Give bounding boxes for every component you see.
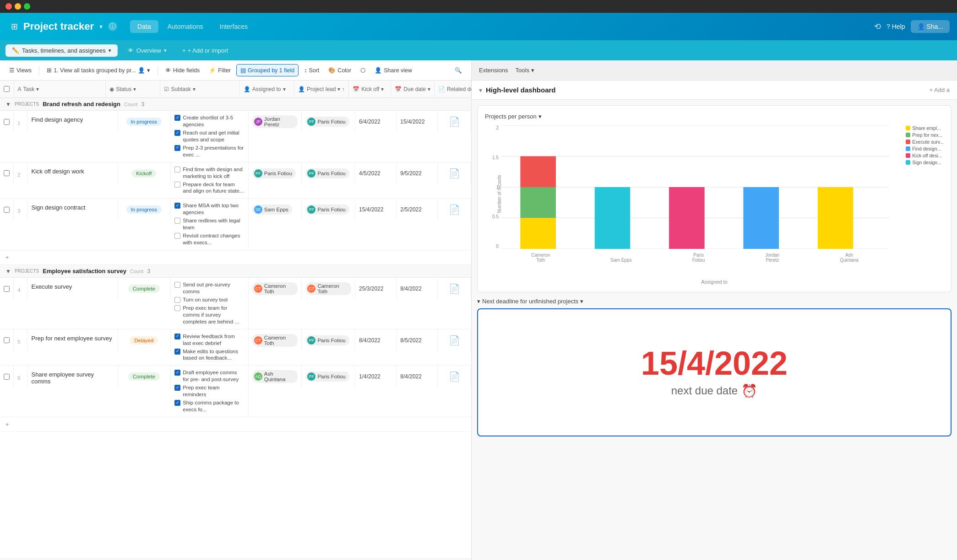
row5-checkbox[interactable] (4, 337, 10, 343)
row1-related[interactable]: 📄 (438, 111, 471, 133)
subtask4-3-checkbox[interactable] (174, 305, 180, 311)
subtask-col-sort-icon[interactable]: ▾ (193, 86, 196, 92)
assigned-col-sort-icon[interactable]: ▾ (283, 86, 286, 92)
current-view-dropdown-icon[interactable]: ▾ (147, 67, 150, 74)
subtask1-3-checkbox[interactable]: ✓ (174, 145, 180, 151)
kickoff-col-sort-icon[interactable]: ▾ (381, 86, 384, 92)
list-item[interactable]: Prep exec team for comms if survey compl… (174, 305, 245, 325)
panel-collapse-icon[interactable]: ▾ (479, 86, 482, 94)
row4-task[interactable]: Execute survey (27, 278, 117, 300)
row1-lead[interactable]: PF Paris Fotiou (302, 111, 355, 133)
list-item[interactable]: ✓ Ship comms package to execs fo... (174, 399, 245, 413)
panel-add-button[interactable]: + Add a (930, 86, 950, 93)
list-item[interactable]: ✓ Draft employee comms for pre- and post… (174, 369, 245, 383)
list-item[interactable]: Share redlines with legal team (174, 217, 245, 231)
row4-doc-icon[interactable]: 📄 (449, 283, 460, 294)
row2-status[interactable]: Kickoff (118, 162, 171, 184)
row4-assigned[interactable]: CT Cameron Toth (249, 278, 302, 300)
tab-overview[interactable]: 👁 Overview ▾ (121, 44, 173, 57)
row1-due[interactable]: 15/4/2022 (397, 111, 438, 133)
subtask4-2-checkbox[interactable] (174, 297, 180, 303)
subtask2-1-checkbox[interactable] (174, 167, 180, 172)
col-header-lead[interactable]: 👤 Project lead ▾ ↑ (294, 81, 349, 97)
views-toggle[interactable]: ☰ Views (5, 65, 35, 76)
list-item[interactable]: ✓ Prep exec team reminders (174, 384, 245, 398)
row2-kickoff[interactable]: 4/5/2022 (355, 162, 397, 184)
row1-task[interactable]: Find design agency (27, 111, 117, 133)
row1-checkbox[interactable] (4, 119, 10, 125)
row3-related[interactable]: 📄 (438, 199, 471, 221)
row3-due[interactable]: 2/5/2022 (397, 199, 438, 221)
col-header-kickoff[interactable]: 📅 Kick off ▾ (349, 81, 391, 97)
nav-interfaces[interactable]: Interfaces (212, 20, 255, 33)
tab-tasks[interactable]: ✏️ Tasks, timelines, and assignees ▾ (5, 44, 118, 57)
list-item[interactable]: Revisit contract changes with execs... (174, 232, 245, 246)
col-header-status[interactable]: ◉ Status ▾ (106, 81, 160, 97)
close-button[interactable] (5, 3, 12, 10)
chart2-section-title[interactable]: ▾ Next deadline for unfinished projects … (477, 298, 952, 305)
col-header-due[interactable]: 📅 Due date ▾ (391, 81, 435, 97)
col-header-checkbox[interactable] (0, 81, 14, 97)
chart2-dropdown-icon[interactable]: ▾ (580, 298, 583, 305)
row2-assigned[interactable]: PF Paris Fotiou (249, 162, 302, 184)
row6-related[interactable]: 📄 (438, 366, 471, 388)
row3-task[interactable]: Sign design contract (27, 199, 117, 221)
row4-lead[interactable]: CT Cameron Toth (302, 278, 355, 300)
minimize-button[interactable] (15, 3, 21, 10)
row6-doc-icon[interactable]: 📄 (449, 371, 460, 382)
status-col-sort-icon[interactable]: ▾ (133, 86, 136, 92)
col-header-task[interactable]: A Task ▾ (14, 81, 106, 97)
row3-kickoff[interactable]: 15/4/2022 (355, 199, 397, 221)
row2-due[interactable]: 9/5/2022 (397, 162, 438, 184)
col-header-assigned[interactable]: 👤 Assigned to ▾ (240, 81, 294, 97)
row5-due[interactable]: 8/5/2022 (397, 329, 438, 351)
tab-tasks-dropdown-icon[interactable]: ▾ (109, 48, 111, 54)
row1-doc-icon[interactable]: 📄 (449, 116, 460, 127)
filter-button[interactable]: ⚡ Filter (205, 65, 234, 76)
row2-lead[interactable]: PF Paris Fotiou (302, 162, 355, 184)
subtask1-1-checkbox[interactable]: ✓ (174, 115, 180, 121)
list-item[interactable]: Prepare deck for team and align on futur… (174, 181, 245, 195)
subtask5-2-checkbox[interactable]: ✓ (174, 349, 180, 355)
row4-due[interactable]: 8/4/2022 (397, 278, 438, 300)
list-item[interactable]: ✓ Create shortlist of 3-5 agencies (174, 114, 245, 128)
subtask3-1-checkbox[interactable]: ✓ (174, 203, 180, 209)
row6-due[interactable]: 8/4/2022 (397, 366, 438, 388)
col-header-subtask[interactable]: ☑ Subtask ▾ (160, 81, 239, 97)
row6-task[interactable]: Share employee survey comms (27, 366, 117, 388)
subtask3-2-checkbox[interactable] (174, 218, 180, 224)
list-item[interactable]: ✓ Share MSA with top two agencies (174, 202, 245, 216)
row5-task[interactable]: Prep for next employee survey (27, 329, 117, 351)
help-button[interactable]: ? Help (886, 23, 905, 30)
app-title-dropdown-icon[interactable]: ▾ (99, 23, 103, 30)
col-header-related[interactable]: 📄 Related do (435, 81, 471, 97)
add-or-import-button[interactable]: + + Add or import (177, 44, 234, 57)
list-item[interactable]: Turn on survey tool (174, 296, 228, 303)
select-all-checkbox[interactable] (4, 86, 10, 92)
row4-checkbox[interactable] (4, 286, 10, 292)
subtask6-3-checkbox[interactable]: ✓ (174, 400, 180, 406)
list-item[interactable]: ✓ Prep 2-3 presentations for exec ... (174, 145, 245, 158)
row6-kickoff[interactable]: 1/4/2022 (355, 366, 397, 388)
subtask4-1-checkbox[interactable] (174, 282, 180, 288)
tab-overview-dropdown-icon[interactable]: ▾ (164, 48, 167, 54)
share-view-icon-btn[interactable]: ⬡ (357, 65, 369, 76)
chart1-dropdown-icon[interactable]: ▾ (538, 113, 542, 120)
row3-checkbox[interactable] (4, 207, 10, 213)
row6-status[interactable]: Complete (118, 366, 171, 388)
row3-assigned[interactable]: SE Sam Epps (249, 199, 302, 221)
history-icon[interactable]: ⟲ (874, 22, 881, 32)
add-row-employee[interactable]: + (0, 417, 471, 432)
subtask6-1-checkbox[interactable]: ✓ (174, 370, 180, 376)
subtask2-2-checkbox[interactable] (174, 182, 180, 188)
row6-checkbox[interactable] (4, 374, 10, 380)
row2-task[interactable]: Kick off design work (27, 162, 117, 184)
list-item[interactable]: ✓ Make edits to questions based on feedb… (174, 348, 245, 362)
add-row-brand[interactable]: + (0, 250, 471, 265)
group-toggle-employee[interactable]: ▼ (5, 268, 11, 275)
row5-related[interactable]: 📄 (438, 329, 471, 351)
row2-related[interactable]: 📄 (438, 162, 471, 184)
group-toggle-brand[interactable]: ▼ (5, 101, 11, 108)
due-col-sort-icon[interactable]: ▾ (428, 86, 430, 92)
list-item[interactable]: ✓ Review feedback from last exec debrief (174, 333, 245, 347)
